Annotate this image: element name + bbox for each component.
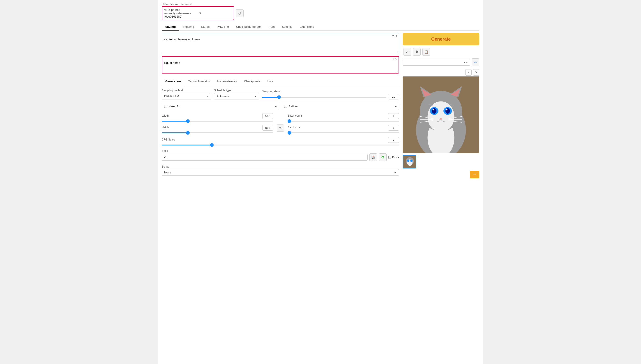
cfg-scale-label: CFG Scale [162, 138, 175, 141]
svg-point-12 [446, 108, 450, 114]
tab-extras[interactable]: Extras [198, 23, 213, 31]
dice-button[interactable]: 🎲 [370, 153, 377, 161]
checkpoint-dropdown[interactable]: v1-5-pruned-emaonly.safetensors [6ce0161… [162, 6, 234, 20]
recycle-icon: ♻ [381, 155, 384, 160]
copy-button[interactable]: 📋 [422, 48, 430, 56]
send-button[interactable]: → [470, 171, 479, 178]
sampling-steps-value[interactable]: 20 [388, 94, 399, 100]
generate-button[interactable]: Generate [402, 33, 479, 45]
seed-input[interactable]: -1 [162, 154, 368, 160]
trash-icon: 🗑 [415, 50, 418, 54]
styles-x-icon[interactable]: × [464, 61, 466, 64]
tab-settings[interactable]: Settings [278, 23, 296, 31]
script-value: None [164, 171, 171, 174]
tab-txt2img[interactable]: txt2img [162, 23, 179, 31]
cfg-scale-value[interactable]: 7 [388, 137, 399, 143]
swap-dimensions-button[interactable]: ⇅ [277, 124, 284, 132]
schedule-arrow: ▼ [254, 95, 257, 98]
thumbnail-row [402, 155, 479, 168]
hires-fix-checkbox[interactable] [164, 105, 167, 108]
batch-count-value[interactable]: 1 [388, 113, 399, 119]
dice-icon: 🎲 [371, 155, 376, 160]
script-dropdown[interactable]: None ▼ [162, 169, 399, 176]
svg-point-4 [428, 102, 454, 132]
section-tab-hypernetworks[interactable]: Hypernetworks [214, 78, 240, 85]
script-arrow-icon: ▼ [394, 171, 396, 174]
styles-controls: × ▾ [464, 61, 468, 64]
tab-train[interactable]: Train [264, 23, 278, 31]
schedule-type-value: Automatic [216, 94, 230, 98]
sampling-method-label: Sampling method [162, 89, 211, 92]
tab-extensions[interactable]: Extensions [296, 23, 318, 31]
extra-seed-checkbox[interactable] [388, 156, 391, 159]
batch-size-value[interactable]: 1 [388, 125, 399, 130]
batch-size-slider[interactable] [288, 132, 399, 133]
image-download-button[interactable]: ↓ [465, 69, 472, 76]
image-output: ↓ ✕ [402, 69, 479, 178]
styles-placeholder [405, 61, 406, 64]
styles-edit-button[interactable]: ✏ [472, 58, 479, 66]
download-icon: ↓ [468, 71, 469, 74]
sampling-method-arrow: ▼ [206, 95, 209, 98]
refiner-collapse-icon[interactable]: ◀ [395, 105, 396, 108]
copy-icon: 📋 [424, 50, 428, 54]
sampling-method-dropdown[interactable]: DPM++ 2M ▼ [162, 93, 211, 100]
checkpoint-value: v1-5-pruned-emaonly.safetensors [6ce0161… [164, 8, 197, 18]
styles-arrow-icon: ▾ [466, 61, 468, 64]
refiner-section: Refiner ◀ [282, 102, 399, 110]
height-value[interactable]: 512 [262, 125, 273, 130]
section-tab-generation[interactable]: Generation [162, 78, 184, 85]
image-close-button[interactable]: ✕ [473, 69, 479, 76]
section-tab-checkpoints[interactable]: Checkpoints [240, 78, 264, 85]
negative-token-count: 4/75 [392, 58, 397, 60]
collapse-button[interactable]: ↙ [404, 48, 411, 56]
nav-tabs: txt2img img2img Extras PNG Info Checkpoi… [162, 23, 479, 31]
section-tab-textual-inversion[interactable]: Textual Inversion [184, 78, 214, 85]
height-slider[interactable] [162, 132, 273, 133]
sampling-method-value: DPM++ 2M [164, 94, 179, 98]
width-label: Width [162, 114, 169, 117]
hires-fix-label[interactable]: Hires. fix [168, 105, 180, 108]
tab-png-info[interactable]: PNG Info [213, 23, 232, 31]
checkpoint-arrow-icon: ▼ [199, 12, 231, 15]
tab-checkpoint-merger[interactable]: Checkpoint Merger [232, 23, 264, 31]
svg-point-13 [432, 109, 434, 110]
batch-count-slider[interactable] [288, 121, 399, 122]
batch-size-label: Batch size [288, 126, 300, 129]
refiner-checkbox[interactable] [284, 105, 287, 108]
batch-count-label: Batch count [288, 114, 302, 117]
width-value[interactable]: 512 [262, 113, 273, 119]
svg-point-11 [432, 108, 436, 114]
trash-button[interactable]: 🗑 [413, 48, 421, 56]
width-slider[interactable] [162, 121, 273, 122]
hires-fix-collapse-icon[interactable]: ◀ [275, 105, 276, 108]
positive-token-count: 9/75 [392, 34, 397, 37]
checkpoint-label: Stable Diffusion checkpoint [162, 3, 479, 6]
recycle-button[interactable]: ♻ [379, 153, 386, 161]
sampling-steps-label: Sampling steps [262, 90, 399, 93]
generated-image [402, 76, 479, 153]
seed-label: Seed [162, 149, 399, 152]
height-label: Height [162, 126, 170, 129]
hires-fix-section: Hires. fix ◀ [162, 102, 279, 110]
negative-prompt-input[interactable]: big, at home [162, 56, 399, 74]
extra-seed-label[interactable]: Extra [392, 156, 399, 159]
close-icon: ✕ [475, 71, 477, 74]
schedule-type-label: Schedule type [214, 89, 259, 92]
svg-point-25 [407, 160, 409, 162]
styles-dropdown[interactable]: × ▾ [402, 59, 470, 66]
refiner-label[interactable]: Refiner [288, 105, 298, 108]
svg-point-26 [410, 160, 412, 162]
cfg-scale-slider[interactable] [162, 144, 399, 146]
schedule-type-dropdown[interactable]: Automatic ▼ [214, 93, 259, 100]
section-tabs: Generation Textual Inversion Hypernetwor… [162, 78, 399, 85]
tab-img2img[interactable]: img2img [179, 23, 198, 31]
section-tab-lora[interactable]: Lora [264, 78, 277, 85]
positive-prompt-input[interactable]: a cute cat, blue eyes, lovely, [162, 33, 399, 53]
image-thumbnail[interactable] [402, 155, 416, 168]
edit-icon: ✏ [474, 60, 477, 64]
refresh-checkpoint-button[interactable] [236, 10, 244, 17]
refresh-icon [238, 12, 242, 15]
collapse-icon: ↙ [406, 50, 409, 54]
sampling-steps-slider[interactable] [262, 97, 386, 98]
